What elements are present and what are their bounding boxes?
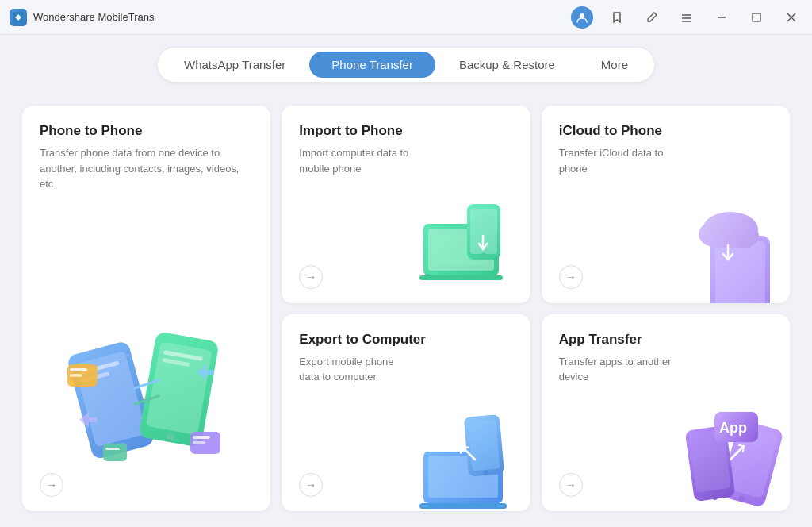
svg-rect-23 xyxy=(193,436,210,439)
card-import-arrow[interactable]: → xyxy=(299,265,323,289)
card-import-title: Import to Phone xyxy=(299,123,512,139)
svg-point-1 xyxy=(580,13,584,18)
svg-rect-21 xyxy=(70,374,82,377)
card-export-to-computer[interactable]: Export to Computer Export mobile phone d… xyxy=(282,314,530,512)
svg-rect-26 xyxy=(105,448,120,450)
svg-rect-25 xyxy=(103,444,127,461)
card-phone-to-phone-desc: Transfer phone data from one device to a… xyxy=(40,145,253,192)
card-app-desc: Transfer apps to another device xyxy=(559,354,676,385)
card-icloud-arrow[interactable]: → xyxy=(559,265,583,289)
card-app-transfer[interactable]: App Transfer Transfer apps to another de… xyxy=(542,314,790,512)
tab-group: WhatsApp Transfer Phone Transfer Backup … xyxy=(158,48,654,82)
card-export-title: Export to Computer xyxy=(299,332,512,348)
tab-more[interactable]: More xyxy=(579,52,650,78)
card-icloud-desc: Transfer iCloud data to phone xyxy=(559,145,676,176)
bookmark-button[interactable] xyxy=(606,6,628,29)
titlebar-controls xyxy=(571,6,802,29)
svg-rect-24 xyxy=(193,441,205,444)
card-app-arrow[interactable]: → xyxy=(559,473,583,497)
svg-point-33 xyxy=(481,252,486,258)
svg-rect-40 xyxy=(710,232,750,248)
app-logo xyxy=(10,9,27,26)
svg-rect-6 xyxy=(753,13,760,21)
svg-rect-20 xyxy=(70,368,87,371)
card-export-arrow[interactable]: → xyxy=(299,473,323,497)
tab-phone[interactable]: Phone Transfer xyxy=(309,52,435,78)
svg-rect-29 xyxy=(419,275,503,280)
svg-rect-43 xyxy=(419,503,507,509)
card-icloud-to-phone[interactable]: iCloud to Phone Transfer iCloud data to … xyxy=(542,106,790,303)
card-import-desc: Import computer data to mobile phone xyxy=(299,145,416,176)
card-export-desc: Export mobile phone data to computer xyxy=(299,354,416,385)
app-title: Wondershare MobileTrans xyxy=(33,11,571,23)
svg-rect-35 xyxy=(715,241,765,303)
tab-whatsapp[interactable]: WhatsApp Transfer xyxy=(162,52,308,78)
card-app-title: App Transfer xyxy=(559,332,772,348)
card-phone-to-phone[interactable]: Phone to Phone Transfer phone data from … xyxy=(22,106,270,511)
maximize-button[interactable] xyxy=(745,6,768,29)
close-button[interactable] xyxy=(780,6,802,29)
titlebar: Wondershare MobileTrans xyxy=(0,0,812,35)
main-content: WhatsApp Transfer Phone Transfer Backup … xyxy=(0,35,812,527)
tab-bar: WhatsApp Transfer Phone Transfer Backup … xyxy=(0,35,812,98)
svg-text:App: App xyxy=(719,420,747,436)
svg-rect-45 xyxy=(468,419,500,471)
card-import-to-phone[interactable]: Import to Phone Import computer data to … xyxy=(282,106,530,303)
tab-backup[interactable]: Backup & Restore xyxy=(437,52,577,78)
edit-button[interactable] xyxy=(641,6,663,29)
account-button[interactable] xyxy=(571,6,593,29)
cards-grid: Phone to Phone Transfer phone data from … xyxy=(0,98,812,527)
card-phone-to-phone-title: Phone to Phone xyxy=(40,123,253,139)
card-icloud-title: iCloud to Phone xyxy=(559,123,772,139)
minimize-button[interactable] xyxy=(710,6,733,29)
card-phone-to-phone-arrow[interactable]: → xyxy=(40,473,63,497)
menu-button[interactable] xyxy=(676,6,698,29)
